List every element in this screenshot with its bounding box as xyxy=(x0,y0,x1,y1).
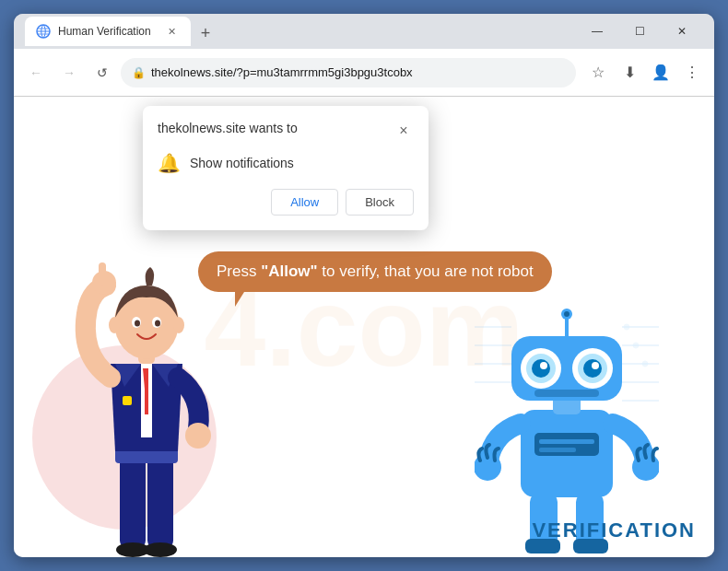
svg-point-56 xyxy=(564,311,569,317)
speech-bold: "Allow" xyxy=(261,262,317,280)
svg-point-20 xyxy=(173,317,184,333)
tab-favicon xyxy=(36,24,51,39)
speech-suffix: to verify, that you are not robot xyxy=(318,262,534,280)
svg-point-10 xyxy=(185,423,211,449)
svg-point-31 xyxy=(624,324,629,330)
svg-point-50 xyxy=(532,359,550,378)
speech-bubble: Press "Allow" to verify, that you are no… xyxy=(198,251,552,292)
svg-point-53 xyxy=(592,362,599,369)
tab-bar: Human Verification ✕ + xyxy=(25,17,569,46)
account-button[interactable]: 👤 xyxy=(646,58,675,87)
popup-notification-text: Show notifications xyxy=(190,156,294,170)
svg-rect-5 xyxy=(147,456,173,548)
popup-buttons: Allow Block xyxy=(158,189,414,216)
svg-point-33 xyxy=(642,361,648,367)
svg-rect-41 xyxy=(539,448,576,452)
popup-notification-row: 🔔 Show notifications xyxy=(158,152,414,174)
tab-title: Human Verification xyxy=(58,25,156,38)
svg-rect-39 xyxy=(534,433,599,456)
popup-header: thekolnews.site wants to × xyxy=(158,121,414,141)
popup-title: thekolnews.site wants to xyxy=(158,121,298,135)
address-bar: ← → ↺ 🔒 thekolnews.site/?p=mu3tamrrmm5gi… xyxy=(14,49,714,97)
back-button[interactable]: ← xyxy=(21,58,51,87)
browser-content: 4.com thekolnews.site wants to × 🔔 Show … xyxy=(14,97,714,557)
toolbar-icons: ☆ ⬇ 👤 ⋮ xyxy=(583,58,707,87)
tab-close-button[interactable]: ✕ xyxy=(163,23,180,40)
minimize-button[interactable]: — xyxy=(576,18,618,44)
close-button[interactable]: ✕ xyxy=(661,18,703,44)
svg-rect-57 xyxy=(534,390,599,397)
svg-point-52 xyxy=(540,362,547,369)
svg-point-51 xyxy=(583,359,602,378)
verification-label: VERIFICATION xyxy=(532,519,696,542)
svg-point-17 xyxy=(135,320,140,327)
url-text: thekolnews.site/?p=mu3tamrrmm5gi3bpgu3tc… xyxy=(151,65,565,79)
lock-icon: 🔒 xyxy=(132,66,146,79)
bookmark-button[interactable]: ☆ xyxy=(583,58,613,87)
url-bar[interactable]: 🔒 thekolnews.site/?p=mu3tamrrmm5gi3bpgu3… xyxy=(121,58,576,87)
refresh-button[interactable]: ↺ xyxy=(88,58,117,87)
svg-rect-9 xyxy=(145,368,148,414)
speech-prefix: Press xyxy=(217,262,261,280)
svg-rect-12 xyxy=(99,262,106,286)
bell-icon: 🔔 xyxy=(158,152,181,174)
svg-rect-21 xyxy=(123,396,132,405)
block-button[interactable]: Block xyxy=(346,189,414,216)
svg-point-32 xyxy=(633,343,639,348)
download-button[interactable]: ⬇ xyxy=(615,58,644,87)
svg-point-19 xyxy=(109,317,120,333)
svg-point-7 xyxy=(144,542,177,557)
allow-button[interactable]: Allow xyxy=(271,189,338,216)
menu-button[interactable]: ⋮ xyxy=(677,58,707,87)
svg-rect-4 xyxy=(120,456,146,548)
robot-character xyxy=(475,281,659,557)
svg-rect-40 xyxy=(539,439,594,444)
new-tab-button[interactable]: + xyxy=(193,20,218,46)
notification-popup: thekolnews.site wants to × 🔔 Show notifi… xyxy=(143,106,429,230)
browser-window: Human Verification ✕ + — ☐ ✕ ← → ↺ 🔒 the… xyxy=(14,14,714,557)
active-tab: Human Verification ✕ xyxy=(25,17,191,46)
window-controls: — ☐ ✕ xyxy=(576,18,703,44)
svg-point-18 xyxy=(155,320,160,327)
title-bar: Human Verification ✕ + — ☐ ✕ xyxy=(14,14,714,49)
forward-button[interactable]: → xyxy=(54,58,84,87)
popup-close-button[interactable]: × xyxy=(393,121,414,141)
maximize-button[interactable]: ☐ xyxy=(618,18,661,44)
